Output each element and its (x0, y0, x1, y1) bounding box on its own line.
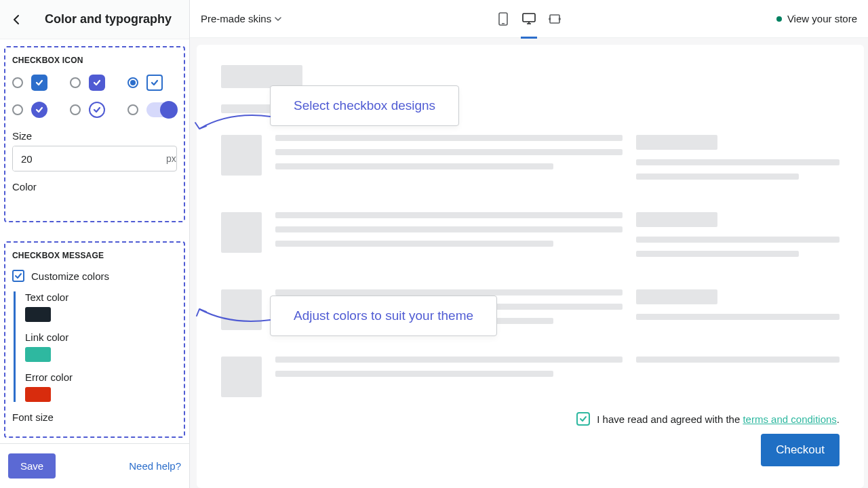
sidebar-header: Color and typography (0, 0, 189, 39)
checkbox-icon (12, 270, 24, 282)
terms-link[interactable]: terms and conditions (743, 413, 836, 425)
view-store-link[interactable]: View your store (776, 13, 857, 24)
size-input-wrap: px (12, 146, 177, 171)
toggle-icon (146, 102, 176, 117)
page-title: Color and typography (45, 12, 172, 26)
preview-canvas: Select checkbox designs Adjust colors to… (197, 45, 864, 488)
checkbox-option-toggle[interactable] (127, 102, 177, 118)
premade-label: Pre-made skins (201, 13, 271, 24)
mobile-icon (498, 12, 509, 26)
text-color-swatch[interactable] (25, 307, 51, 322)
error-color-swatch[interactable] (25, 387, 51, 402)
radio-icon (12, 77, 23, 88)
checkbox-outline-square-icon (146, 75, 163, 91)
main: Pre-made skins View your store (190, 0, 868, 488)
skeleton-row (221, 212, 840, 265)
skeleton-row (221, 135, 840, 188)
device-desktop[interactable] (522, 12, 536, 26)
link-color-label: Link color (25, 331, 177, 343)
checkbox-filled-circle-icon (31, 102, 47, 118)
callout-adjust-colors: Adjust colors to suit your theme (270, 296, 497, 336)
checkbox-option-outline-square[interactable] (127, 75, 177, 91)
customize-colors-toggle[interactable]: Customize colors (12, 270, 177, 282)
device-fullwidth[interactable] (548, 12, 561, 26)
color-swatch[interactable] (12, 197, 38, 211)
svg-rect-1 (502, 23, 505, 24)
panel-title: CHECKBOX ICON (12, 56, 177, 65)
terms-checkbox[interactable] (576, 412, 590, 426)
sidebar: Color and typography CHECKBOX ICON (0, 0, 190, 488)
checkbox-filled-rounded-icon (89, 75, 105, 91)
chevron-left-icon (12, 14, 22, 25)
customize-colors-label: Customize colors (31, 270, 109, 282)
error-color-label: Error color (25, 371, 177, 383)
fullwidth-icon (548, 14, 561, 24)
panel-checkbox-message: CHECKBOX MESSAGE Customize colors Text c… (4, 241, 185, 438)
checkbox-icon-grid (12, 75, 177, 118)
back-button[interactable] (11, 14, 23, 26)
premade-skins-dropdown[interactable]: Pre-made skins (201, 13, 282, 24)
checkbox-option-outline-circle[interactable] (70, 102, 119, 118)
radio-icon (127, 77, 138, 88)
preview-wrap: Select checkbox designs Adjust colors to… (190, 38, 868, 488)
radio-icon (70, 104, 81, 115)
terms-text: I have read and agreed with the terms an… (597, 413, 840, 425)
sidebar-footer: Save Need help? (0, 443, 189, 488)
panel-title: CHECKBOX MESSAGE (12, 251, 177, 260)
radio-icon (127, 104, 138, 115)
terms-prefix: I have read and agreed with the (597, 413, 743, 425)
checkout-button[interactable]: Checkout (761, 434, 840, 466)
status-dot-icon (776, 16, 782, 22)
checkbox-option-filled-rounded[interactable] (70, 75, 119, 91)
save-button[interactable]: Save (8, 453, 56, 479)
checkbox-outline-circle-icon (89, 102, 105, 118)
size-label: Size (12, 130, 177, 142)
terms-row: I have read and agreed with the terms an… (576, 412, 840, 426)
size-input[interactable] (13, 146, 158, 171)
checkbox-filled-square-icon (31, 75, 47, 91)
radio-icon (12, 104, 23, 115)
chevron-down-icon (274, 15, 282, 23)
sidebar-scroll[interactable]: CHECKBOX ICON (0, 39, 189, 443)
color-label: Color (12, 181, 177, 192)
desktop-icon (522, 13, 536, 25)
skeleton-row (221, 357, 840, 397)
panel-checkbox-icon: CHECKBOX ICON (4, 46, 185, 222)
help-link[interactable]: Need help? (129, 460, 181, 472)
arrow-icon (193, 308, 274, 328)
device-mobile[interactable] (496, 12, 510, 26)
view-store-label: View your store (787, 13, 857, 24)
radio-icon (70, 77, 81, 88)
device-switcher (496, 12, 561, 26)
size-suffix: px (158, 146, 177, 171)
checkbox-option-filled-circle[interactable] (12, 102, 62, 118)
callout-select-designs: Select checkbox designs (270, 85, 459, 126)
svg-rect-3 (550, 15, 559, 23)
arrow-icon (193, 113, 274, 133)
svg-rect-2 (523, 14, 535, 22)
font-size-label: Font size (12, 411, 177, 423)
link-color-swatch[interactable] (25, 347, 51, 362)
color-indent-block: Text color Link color Error color (14, 291, 177, 402)
topbar: Pre-made skins View your store (190, 0, 868, 38)
text-color-label: Text color (25, 291, 177, 303)
checkbox-option-filled-square[interactable] (12, 75, 62, 91)
terms-suffix: . (837, 413, 840, 425)
